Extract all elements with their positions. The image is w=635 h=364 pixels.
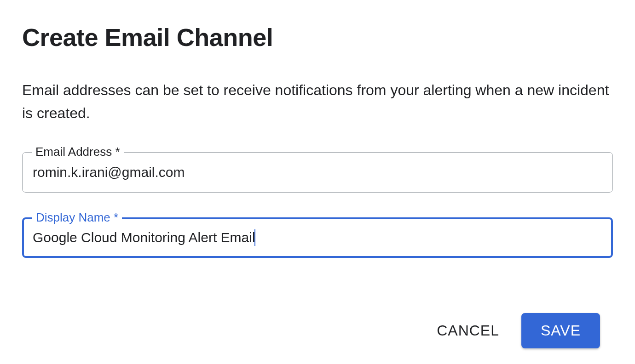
display-name-field-outline[interactable]: Display Name * Google Cloud Monitoring A… — [22, 217, 613, 258]
dialog-actions: CANCEL SAVE — [22, 313, 613, 348]
email-label: Email Address * — [32, 145, 124, 159]
email-field-wrapper: Email Address * — [22, 152, 613, 193]
email-input[interactable] — [33, 165, 602, 180]
save-button[interactable]: SAVE — [521, 313, 600, 348]
email-field-outline[interactable]: Email Address * — [22, 152, 613, 193]
dialog-title: Create Email Channel — [22, 23, 613, 51]
display-name-field-wrapper: Display Name * Google Cloud Monitoring A… — [22, 217, 613, 258]
text-caret — [254, 229, 255, 246]
dialog-description: Email addresses can be set to receive no… — [22, 79, 611, 125]
cancel-button[interactable]: CANCEL — [437, 322, 499, 339]
display-name-input[interactable]: Google Cloud Monitoring Alert Email — [33, 230, 255, 245]
display-name-label: Display Name * — [32, 210, 122, 225]
